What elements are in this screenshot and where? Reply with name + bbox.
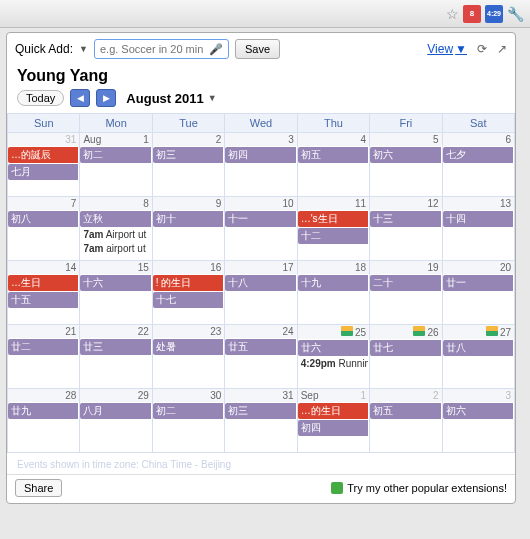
- day-cell[interactable]: 29八月: [80, 389, 152, 453]
- calendar-event[interactable]: 十九: [298, 275, 368, 291]
- calendar-event[interactable]: 十四: [443, 211, 513, 227]
- day-cell[interactable]: 23处暑: [152, 325, 224, 389]
- day-cell[interactable]: Aug 1初二: [80, 133, 152, 197]
- day-number: 13: [443, 197, 514, 210]
- calendar-event[interactable]: …的生日: [298, 403, 368, 419]
- promo-link[interactable]: Try my other popular extensions!: [331, 482, 507, 494]
- wrench-icon[interactable]: 🔧: [507, 6, 524, 22]
- calendar-event[interactable]: 初六: [370, 147, 440, 163]
- day-cell[interactable]: 9初十: [152, 197, 224, 261]
- prev-month-button[interactable]: ◀: [70, 89, 90, 107]
- day-cell[interactable]: 15十六: [80, 261, 152, 325]
- day-number: 19: [370, 261, 441, 274]
- calendar-event[interactable]: 十八: [225, 275, 295, 291]
- calendar-event[interactable]: 廿二: [8, 339, 78, 355]
- day-cell[interactable]: 22廿三: [80, 325, 152, 389]
- day-cell[interactable]: 6七夕: [442, 133, 514, 197]
- day-cell[interactable]: 14…生日十五: [8, 261, 80, 325]
- day-cell[interactable]: 3初六: [442, 389, 514, 453]
- next-month-button[interactable]: ▶: [96, 89, 116, 107]
- day-cell[interactable]: 13十四: [442, 197, 514, 261]
- day-cell[interactable]: 17十八: [225, 261, 297, 325]
- day-cell[interactable]: 2初五: [370, 389, 442, 453]
- calendar-event[interactable]: 初十: [153, 211, 223, 227]
- day-cell[interactable]: 28廿九: [8, 389, 80, 453]
- day-cell[interactable]: 12十三: [370, 197, 442, 261]
- calendar-event[interactable]: 立秋: [80, 211, 150, 227]
- calendar-event[interactable]: 十一: [225, 211, 295, 227]
- day-cell[interactable]: 4初五: [297, 133, 369, 197]
- day-cell[interactable]: 31…的誕辰七月: [8, 133, 80, 197]
- view-link[interactable]: View▼: [427, 42, 467, 56]
- save-button[interactable]: Save: [235, 39, 280, 59]
- calendar-event[interactable]: 初四: [225, 147, 295, 163]
- calendar-event[interactable]: 十五: [8, 292, 78, 308]
- calendar-event[interactable]: 廿九: [8, 403, 78, 419]
- calendar-event[interactable]: …'s生日: [298, 211, 368, 227]
- day-cell[interactable]: 8立秋7am Airport ut7am airport ut: [80, 197, 152, 261]
- day-cell[interactable]: 11…'s生日十二: [297, 197, 369, 261]
- day-cell[interactable]: 18十九: [297, 261, 369, 325]
- calendar-event[interactable]: 7am Airport ut: [80, 228, 150, 241]
- calendar-event[interactable]: 初三: [225, 403, 295, 419]
- calendar-event[interactable]: 4:29pm Running: [298, 357, 368, 370]
- share-button[interactable]: Share: [15, 479, 62, 497]
- day-number: 23: [153, 325, 224, 338]
- calendar-event[interactable]: 八月: [80, 403, 150, 419]
- day-cell[interactable]: 2初三: [152, 133, 224, 197]
- calendar-event[interactable]: ! 的生日: [153, 275, 223, 291]
- day-cell[interactable]: 10十一: [225, 197, 297, 261]
- calendar-event[interactable]: 初四: [298, 420, 368, 436]
- day-cell[interactable]: 31初三: [225, 389, 297, 453]
- day-cell[interactable]: 20廿一: [442, 261, 514, 325]
- calendar-event[interactable]: 处暑: [153, 339, 223, 355]
- reload-icon[interactable]: ⟳: [477, 42, 487, 56]
- day-cell[interactable]: 16! 的生日十七: [152, 261, 224, 325]
- calendar-event[interactable]: 十七: [153, 292, 223, 308]
- extension-badge-1[interactable]: 8: [463, 5, 481, 23]
- day-cell[interactable]: 26廿七: [370, 325, 442, 389]
- day-cell[interactable]: 5初六: [370, 133, 442, 197]
- calendar-event[interactable]: 廿八: [443, 340, 513, 356]
- calendar-event[interactable]: 廿三: [80, 339, 150, 355]
- quickadd-dropdown-icon[interactable]: ▼: [79, 44, 88, 54]
- day-number: 11: [298, 197, 369, 210]
- calendar-event[interactable]: 廿五: [225, 339, 295, 355]
- calendar-event[interactable]: 初八: [8, 211, 78, 227]
- extension-badge-2[interactable]: 4:29: [485, 5, 503, 23]
- calendar-event[interactable]: 初六: [443, 403, 513, 419]
- day-cell[interactable]: 3初四: [225, 133, 297, 197]
- calendar-event[interactable]: 廿七: [370, 340, 440, 356]
- popout-icon[interactable]: ↗: [497, 42, 507, 56]
- calendar-event[interactable]: 初五: [370, 403, 440, 419]
- day-cell[interactable]: 19二十: [370, 261, 442, 325]
- calendar-event[interactable]: 初三: [153, 147, 223, 163]
- month-label[interactable]: August 2011▼: [126, 91, 216, 106]
- calendar-event[interactable]: 二十: [370, 275, 440, 291]
- day-cell[interactable]: 25廿六4:29pm Running: [297, 325, 369, 389]
- calendar-event[interactable]: 廿一: [443, 275, 513, 291]
- calendar-event[interactable]: 初二: [80, 147, 150, 163]
- calendar-event[interactable]: 十三: [370, 211, 440, 227]
- calendar-event[interactable]: …的誕辰: [8, 147, 78, 163]
- calendar-event[interactable]: 十六: [80, 275, 150, 291]
- calendar-event[interactable]: 七月: [8, 164, 78, 180]
- day-cell[interactable]: 27廿八: [442, 325, 514, 389]
- calendar-event[interactable]: …生日: [8, 275, 78, 291]
- chevron-down-icon: ▼: [208, 93, 217, 103]
- bookmark-star-icon[interactable]: ☆: [446, 6, 459, 22]
- day-cell[interactable]: 21廿二: [8, 325, 80, 389]
- calendar-event[interactable]: 7am airport ut: [80, 242, 150, 255]
- day-cell[interactable]: 24廿五: [225, 325, 297, 389]
- quickadd-label: Quick Add:: [15, 42, 73, 56]
- today-button[interactable]: Today: [17, 90, 64, 106]
- calendar-event[interactable]: 七夕: [443, 147, 513, 163]
- calendar-event[interactable]: 初二: [153, 403, 223, 419]
- calendar-event[interactable]: 廿六: [298, 340, 368, 356]
- calendar-event[interactable]: 初五: [298, 147, 368, 163]
- day-cell[interactable]: 30初二: [152, 389, 224, 453]
- mic-icon[interactable]: 🎤: [209, 43, 223, 56]
- day-cell[interactable]: 7初八: [8, 197, 80, 261]
- day-cell[interactable]: Sep 1…的生日初四: [297, 389, 369, 453]
- calendar-event[interactable]: 十二: [298, 228, 368, 244]
